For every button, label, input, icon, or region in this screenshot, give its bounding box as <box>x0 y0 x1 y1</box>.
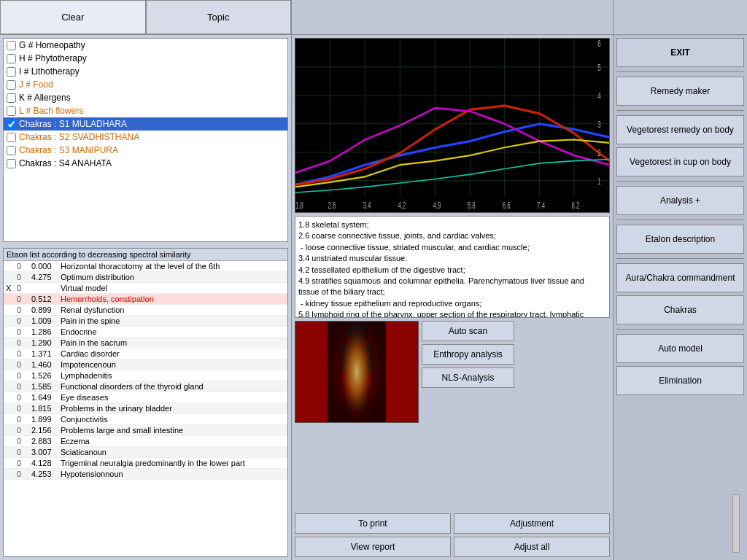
table-row[interactable]: 00.899Renal dysfunction <box>4 305 287 316</box>
checklist-item[interactable]: L # Bach flowers <box>4 104 287 117</box>
row-label: Endocrine <box>58 327 287 338</box>
table-row[interactable]: 01.371Cardiac disorder <box>4 349 287 359</box>
table-row[interactable]: 00.512Hemorrhoids, constipation <box>4 294 287 305</box>
row-x <box>4 294 15 305</box>
row-val: 0 <box>15 392 29 403</box>
table-row[interactable]: 01.585Functional disorders of the thyroi… <box>4 381 287 392</box>
divider1 <box>616 71 744 72</box>
row-x <box>4 349 15 359</box>
remedy-maker-button[interactable]: Remedy maker <box>616 77 744 106</box>
row-label: Problems large and small intestine <box>58 425 287 436</box>
svg-text:8.2: 8.2 <box>571 201 579 210</box>
table-row[interactable]: 02.156Problems large and small intestine <box>4 425 287 436</box>
action-buttons-row2: View report Adjust all <box>295 537 610 557</box>
row-x <box>4 359 15 370</box>
row-x <box>4 272 15 283</box>
analysis-plus-button[interactable]: Analysis + <box>616 186 744 215</box>
row-val: 0 <box>15 338 29 349</box>
chakras-button[interactable]: Chakras <box>616 295 744 324</box>
row-val: 0 <box>15 447 29 458</box>
vegetorest-cup-button[interactable]: Vegetorest in cup on body <box>616 147 744 176</box>
nls-analysis-button[interactable]: NLS-Analysis <box>422 368 514 388</box>
table-row[interactable]: 01.649Eye diseases <box>4 392 287 403</box>
adjustment-button[interactable]: Adjustment <box>454 513 610 534</box>
row-val: 0 <box>15 414 29 425</box>
row-val: 0 <box>15 294 29 305</box>
checklist[interactable]: G # HomeopathyH # PhytotherapyI # Lithot… <box>3 38 288 242</box>
table-row[interactable]: 04.253Hypotensionnoun <box>4 469 287 480</box>
row-label: Virtual model <box>58 283 287 294</box>
vegetorest-body-button[interactable]: Vegetorest remedy on body <box>616 115 744 144</box>
checklist-item-label: Chakras : S3 MANIPURA <box>19 145 118 155</box>
row-num: 1.585 <box>29 381 58 392</box>
divider2 <box>616 110 744 111</box>
row-label: Sciaticanoun <box>58 447 287 458</box>
auto-model-button[interactable]: Auto model <box>616 334 744 363</box>
row-label: Cardiac disorder <box>58 349 287 359</box>
checklist-item[interactable]: G # Homeopathy <box>4 39 287 52</box>
description-box: 1.8 skeletal system; 2.6 coarse connecti… <box>295 216 610 318</box>
auto-scan-button[interactable]: Auto scan <box>422 321 514 341</box>
svg-text:7.4: 7.4 <box>537 201 545 210</box>
svg-text:6: 6 <box>597 39 601 48</box>
checklist-item[interactable]: Chakras : S2 SVADHISTHANA <box>4 131 287 144</box>
etalon-header: Etaon list according to decreasing spect… <box>4 249 287 261</box>
row-val: 0 <box>15 283 29 294</box>
exit-button[interactable]: EXIT <box>616 38 744 67</box>
checklist-item-label: L # Bach flowers <box>19 106 83 116</box>
svg-text:5.8: 5.8 <box>468 201 476 210</box>
to-print-button[interactable]: To print <box>295 513 451 534</box>
right-panel: EXIT Remedy maker Vegetorest remedy on b… <box>613 35 747 560</box>
table-row[interactable]: 00.000Horizontal thoracotomy at the leve… <box>4 261 287 272</box>
row-num: 1.290 <box>29 338 58 349</box>
row-num: 4.275 <box>29 272 58 283</box>
table-row[interactable]: 02.883Eczema <box>4 436 287 447</box>
etalon-description-button[interactable]: Etalon description <box>616 225 744 254</box>
clear-button[interactable]: Clear <box>0 0 146 34</box>
row-num: 2.156 <box>29 425 58 436</box>
checklist-item[interactable]: Chakras : S4 ANAHATA <box>4 157 287 170</box>
row-x <box>4 338 15 349</box>
checklist-item[interactable]: I # Lithotherapy <box>4 65 287 78</box>
row-val: 0 <box>15 305 29 316</box>
checklist-item[interactable]: H # Phytotherapy <box>4 52 287 65</box>
svg-text:3.4: 3.4 <box>363 201 371 210</box>
description-text: 1.8 skeletal system; 2.6 coarse connecti… <box>298 219 606 318</box>
svg-text:2: 2 <box>597 149 601 158</box>
checklist-item[interactable]: J # Food <box>4 78 287 91</box>
checklist-item[interactable]: K # Allergens <box>4 91 287 104</box>
table-row[interactable]: 01.526Lymphadenitis <box>4 370 287 381</box>
table-row[interactable]: 04.275Optimum distribution <box>4 272 287 283</box>
enthropy-analysis-button[interactable]: Enthropy analysis <box>422 344 514 365</box>
table-row[interactable]: 01.009Pain in the spine <box>4 316 287 327</box>
table-row[interactable]: 01.899Conjunctivitis <box>4 414 287 425</box>
adjust-all-button[interactable]: Adjust all <box>454 537 610 557</box>
table-row[interactable]: 01.286Endocrine <box>4 327 287 338</box>
center-lower: Auto scan Enthropy analysis NLS-Analysis <box>295 321 610 510</box>
view-report-button[interactable]: View report <box>295 537 451 557</box>
chart-container: 1.8 2.6 3.4 4.2 4.9 5.8 6.6 7.4 8.2 1 2 … <box>295 38 610 213</box>
elimination-button[interactable]: Elimination <box>616 366 744 395</box>
table-row[interactable]: X0Virtual model <box>4 283 287 294</box>
row-num: 0.000 <box>29 261 58 272</box>
aura-chakra-button[interactable]: Aura/Chakra commandment <box>616 263 744 292</box>
row-num: 1.526 <box>29 370 58 381</box>
svg-text:1: 1 <box>597 177 601 187</box>
row-val: 0 <box>15 403 29 414</box>
table-row[interactable]: 03.007Sciaticanoun <box>4 447 287 458</box>
row-x <box>4 414 15 425</box>
row-val: 0 <box>15 327 29 338</box>
checklist-item[interactable]: Chakras : S3 MANIPURA <box>4 144 287 157</box>
etalon-table[interactable]: 00.000Horizontal thoracotomy at the leve… <box>4 261 287 556</box>
divider6 <box>616 329 744 330</box>
table-row[interactable]: 01.815Problems in the urinary bladder <box>4 403 287 414</box>
table-row[interactable]: 04.128Trigeminal neuralgia predominantly… <box>4 458 287 469</box>
table-row[interactable]: 01.290Pain in the sacrum <box>4 338 287 349</box>
table-row[interactable]: 01.460Impotencenoun <box>4 359 287 370</box>
topic-button[interactable]: Topic <box>146 0 292 34</box>
row-label: Impotencenoun <box>58 359 287 370</box>
checklist-item[interactable]: Chakras : S1 MULADHARA <box>4 117 287 131</box>
row-label: Trigeminal neuralgia predominantly in th… <box>58 458 287 469</box>
top-bar-left: Clear Topic <box>0 0 292 34</box>
row-num: 0.512 <box>29 294 58 305</box>
